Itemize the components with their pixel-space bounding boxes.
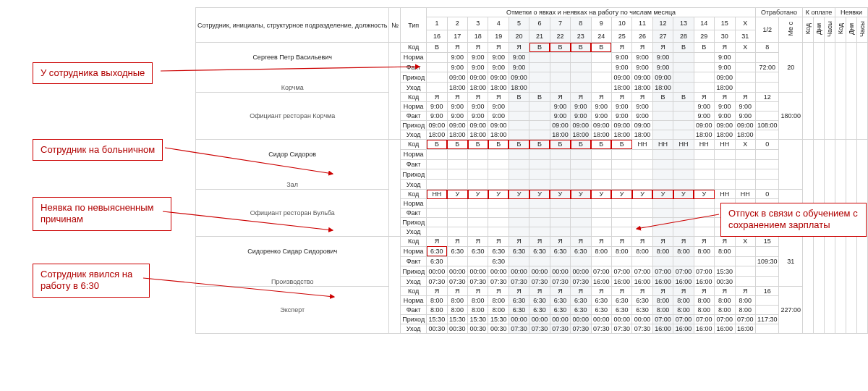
cell xyxy=(509,180,529,190)
cell xyxy=(509,121,529,130)
half-val xyxy=(755,159,779,169)
col-half: 1/2 xyxy=(755,17,779,43)
cell xyxy=(591,83,611,93)
cell xyxy=(529,159,550,169)
cell xyxy=(611,180,631,190)
row-type: Факт xyxy=(401,62,427,72)
cell: 6:30 xyxy=(427,246,447,256)
cell xyxy=(591,149,611,159)
cell xyxy=(694,256,714,266)
row-type: Приход xyxy=(401,121,427,130)
half-val: 15 xyxy=(755,237,779,247)
cell xyxy=(571,218,591,227)
cell: 9:00 xyxy=(509,52,529,62)
cell: НН xyxy=(652,140,673,150)
cell xyxy=(488,227,509,237)
cell xyxy=(447,209,467,218)
cell: Я xyxy=(694,287,714,296)
blank xyxy=(814,43,825,140)
cell xyxy=(427,199,447,209)
cell: 16:00 xyxy=(694,324,714,334)
cell: 18:00 xyxy=(652,83,673,93)
cell: У xyxy=(571,190,591,199)
cell: В xyxy=(509,93,529,102)
row-type: Уход xyxy=(401,324,427,334)
cell xyxy=(529,256,550,266)
cell: 00:00 xyxy=(550,266,570,277)
cell: 00:00 xyxy=(509,266,529,277)
cell xyxy=(673,209,694,218)
row-type: Факт xyxy=(401,256,427,266)
blank xyxy=(835,237,846,334)
cell: 16:00 xyxy=(735,324,755,334)
cell xyxy=(550,218,570,227)
cell xyxy=(509,169,529,180)
cell xyxy=(715,180,735,190)
cell: У xyxy=(611,190,631,199)
cell xyxy=(468,218,488,227)
day-bot: 23 xyxy=(571,30,591,43)
cell: 16:00 xyxy=(715,324,735,334)
day-bot: 27 xyxy=(652,30,673,43)
cell xyxy=(509,209,529,218)
cell: 07:00 xyxy=(652,266,673,277)
cell: Я xyxy=(509,287,529,296)
blank xyxy=(803,237,814,334)
cell xyxy=(673,52,694,62)
col-employee: Сотрудник, инициалы, структурное подразд… xyxy=(196,8,389,43)
day-bot: 16 xyxy=(427,30,447,43)
cell: 09:00 xyxy=(694,121,714,130)
cell: 09:00 xyxy=(447,72,467,83)
cell: НН xyxy=(632,140,652,150)
employee-num xyxy=(389,237,401,334)
cell: Я xyxy=(632,93,652,102)
cell xyxy=(694,199,714,209)
day-top: 8 xyxy=(571,17,591,30)
cell: У xyxy=(447,190,467,199)
cell xyxy=(529,130,550,140)
cell xyxy=(591,159,611,169)
cell xyxy=(468,180,488,190)
cell xyxy=(571,83,591,93)
cell: Я xyxy=(550,287,570,296)
row-type: Норма xyxy=(401,102,427,112)
cell: 8:00 xyxy=(694,306,714,315)
row-type: Код xyxy=(401,140,427,150)
cell: В xyxy=(694,43,714,53)
cell xyxy=(611,149,631,159)
blank xyxy=(835,43,846,140)
cell xyxy=(509,102,529,112)
cell: 18:00 xyxy=(468,83,488,93)
row-type: Уход xyxy=(401,180,427,190)
cell: Б xyxy=(529,140,550,150)
half-val: 16 xyxy=(755,287,779,296)
cell: 8:00 xyxy=(673,306,694,315)
cell: У xyxy=(509,190,529,199)
cell: 09:00 xyxy=(488,72,509,83)
cell xyxy=(591,62,611,72)
cell: 8:00 xyxy=(673,246,694,256)
row-type: Факт xyxy=(401,209,427,218)
cell: 9:00 xyxy=(611,62,631,72)
row-type: Уход xyxy=(401,130,427,140)
cell xyxy=(673,159,694,169)
cell: 8:00 xyxy=(715,306,735,315)
cell: 8:00 xyxy=(715,246,735,256)
cell: 9:00 xyxy=(632,112,652,121)
cell: 07:30 xyxy=(550,324,570,334)
cell: 6:30 xyxy=(550,306,570,315)
cell: У xyxy=(632,190,652,199)
cell xyxy=(715,256,735,266)
cell: В xyxy=(652,93,673,102)
cell: Я xyxy=(509,237,529,247)
cell xyxy=(673,72,694,83)
half-val xyxy=(755,52,779,62)
cell: НН xyxy=(715,190,735,199)
cell: У xyxy=(550,190,570,199)
cell xyxy=(652,227,673,237)
ann-at630: Сотрудник явился на работу в 6:30 xyxy=(33,264,150,298)
row-type: Приход xyxy=(401,218,427,227)
cell: Б xyxy=(591,140,611,150)
cell: 8:00 xyxy=(694,246,714,256)
cell: 15:30 xyxy=(447,315,467,324)
